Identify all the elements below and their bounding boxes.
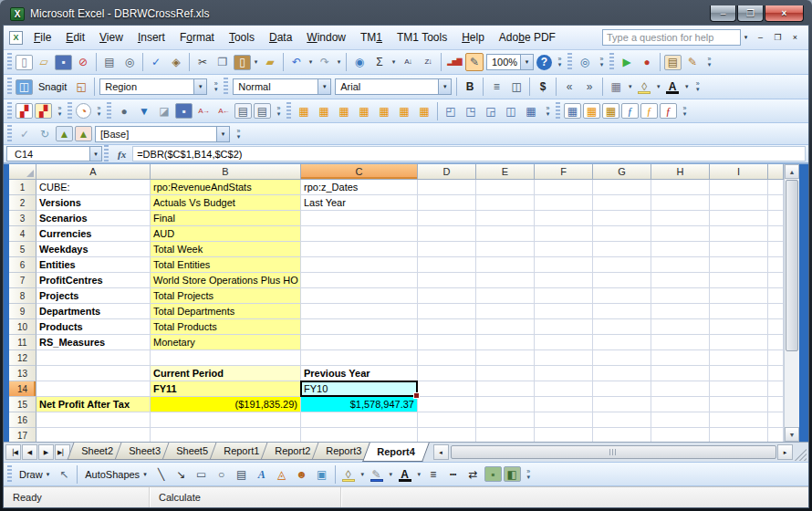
cell-d17[interactable]	[418, 428, 476, 442]
cell-e8[interactable]	[476, 288, 535, 304]
cell-h10[interactable]	[651, 319, 710, 335]
cell-d11[interactable]	[418, 335, 476, 350]
row-header-1[interactable]: 1	[9, 180, 36, 195]
sort-ascending-icon[interactable]: A↓	[399, 53, 417, 71]
cell-f17[interactable]	[535, 428, 593, 442]
cell-e1[interactable]	[476, 180, 535, 195]
cell-c13[interactable]: Previous Year	[301, 366, 418, 381]
cell-h15[interactable]	[651, 397, 710, 412]
cell-h14[interactable]	[651, 381, 710, 397]
tm1-remove-function-icon[interactable]: ƒ	[660, 103, 677, 119]
toolbar-grip[interactable]	[567, 53, 572, 71]
cell-d1[interactable]	[418, 180, 476, 195]
column-header-b[interactable]: B	[151, 164, 301, 180]
shadow-style-icon[interactable]: ▪	[484, 466, 502, 482]
sort-descending-icon[interactable]: Z↓	[419, 53, 437, 71]
snagit-logo-icon[interactable]: ◫	[16, 79, 33, 95]
cell-b6[interactable]: Total Entities	[151, 257, 301, 273]
cell-f4[interactable]	[535, 226, 593, 242]
scroll-left-button[interactable]: ◂	[433, 444, 449, 460]
row-header-10[interactable]: 10	[9, 319, 36, 335]
column-header-c[interactable]: C	[301, 164, 418, 180]
magnifier-icon[interactable]: ◎	[576, 53, 594, 71]
tm1-sheet-options-icon[interactable]: ▤	[234, 103, 252, 119]
cell-b5[interactable]: Total Week	[151, 242, 301, 257]
print-preview-icon[interactable]: ◎	[120, 53, 139, 71]
cell-a15[interactable]: Net Profit After Tax	[36, 397, 151, 412]
line-icon[interactable]: ╲	[152, 465, 171, 484]
previous-sheet-button[interactable]: ◀	[22, 444, 37, 460]
column-header-i[interactable]: I	[710, 164, 768, 180]
cell-f7[interactable]	[535, 273, 593, 288]
cell-x12[interactable]	[768, 350, 784, 366]
cell-i8[interactable]	[710, 288, 768, 304]
tm1-save-workbook-icon[interactable]: ▪	[175, 103, 193, 119]
cell-a11[interactable]: RS_Measures	[36, 335, 151, 350]
cell-f10[interactable]	[535, 319, 593, 335]
sheet-tab-report4[interactable]: Report4	[362, 443, 429, 462]
cell-g11[interactable]	[593, 335, 651, 350]
row-header-7[interactable]: 7	[9, 273, 36, 288]
cell-c15[interactable]: $1,578,947.37	[301, 397, 418, 412]
toolbar-grip[interactable]	[107, 102, 111, 120]
rectangle-icon[interactable]: ▭	[193, 465, 211, 484]
cell-e12[interactable]	[476, 350, 535, 366]
line-color-dropdown-icon[interactable]: ▾	[387, 465, 395, 484]
open-icon[interactable]: ▱	[35, 53, 53, 71]
autosum-icon[interactable]: Σ	[370, 53, 389, 71]
cell-x5[interactable]	[768, 242, 784, 257]
borders-icon[interactable]: ▦	[607, 78, 625, 96]
cell-e2[interactable]	[476, 195, 535, 211]
cell-g2[interactable]	[593, 195, 651, 211]
select-all-corner[interactable]	[9, 164, 36, 180]
cell-i17[interactable]	[710, 428, 768, 442]
column-header-a[interactable]: A	[36, 164, 151, 180]
cell-d13[interactable]	[418, 366, 476, 381]
cell-e11[interactable]	[476, 335, 535, 350]
cell-i5[interactable]	[710, 242, 768, 257]
row-header-14[interactable]: 14	[9, 381, 36, 397]
cell-c5[interactable]	[301, 242, 418, 257]
cell-c2[interactable]: Last Year	[301, 195, 418, 211]
row-header-13[interactable]: 13	[9, 366, 36, 381]
shape-font-color-icon[interactable]: A	[396, 465, 414, 484]
column-header-f[interactable]: F	[535, 164, 593, 180]
wordart-icon[interactable]: A	[253, 465, 271, 484]
toolbar-options-icon[interactable]: »▾	[523, 464, 535, 485]
row-header-11[interactable]: 11	[9, 335, 36, 350]
toolbar-grip[interactable]	[7, 125, 12, 143]
cell-b14[interactable]: FY11	[151, 381, 301, 397]
name-box-dropdown-icon[interactable]: ▾	[90, 146, 102, 162]
decrease-indent-icon[interactable]: «	[560, 78, 578, 96]
toolbar-grip[interactable]	[7, 53, 12, 71]
cell-d8[interactable]	[418, 288, 476, 304]
undo-dropdown-icon[interactable]: ▾	[307, 53, 315, 71]
dash-style-icon[interactable]: ┅	[444, 465, 463, 484]
insert-hyperlink-icon[interactable]: ◉	[350, 53, 369, 71]
toolbar-grip[interactable]	[556, 102, 560, 120]
create-sandbox-icon[interactable]: ▲	[56, 126, 73, 141]
tm1-convert-function-icon[interactable]: ƒ	[640, 103, 658, 119]
cell-h4[interactable]	[651, 226, 710, 242]
tm1-insert-table-icon[interactable]: ▦	[564, 103, 581, 119]
toolbar-grip[interactable]	[7, 102, 12, 120]
cell-h16[interactable]	[651, 412, 710, 428]
cell-d4[interactable]	[418, 226, 476, 242]
redo-dropdown-icon[interactable]: ▾	[335, 53, 343, 71]
borders-dropdown-icon[interactable]: ▾	[626, 78, 634, 96]
cell-f8[interactable]	[535, 288, 593, 304]
font-color-dropdown-icon[interactable]: ▾	[682, 78, 691, 96]
cell-b9[interactable]: Total Departments	[151, 304, 301, 319]
cell-b11[interactable]: Monetary	[151, 335, 301, 350]
help-icon[interactable]: ?	[536, 55, 552, 70]
toolbar-options-icon[interactable]: »▾	[93, 101, 105, 121]
cell-g15[interactable]	[593, 397, 651, 412]
record-macro-icon[interactable]: ●	[638, 53, 656, 71]
cell-b2[interactable]: Actuals Vs Budget	[151, 195, 301, 211]
cell-a5[interactable]: Weekdays	[36, 242, 151, 257]
menu-tools[interactable]: Tools	[222, 27, 262, 47]
cell-d3[interactable]	[418, 211, 476, 226]
diagram-icon[interactable]: ◬	[273, 465, 291, 484]
cell-c3[interactable]	[301, 211, 418, 226]
cell-h5[interactable]	[651, 242, 710, 257]
